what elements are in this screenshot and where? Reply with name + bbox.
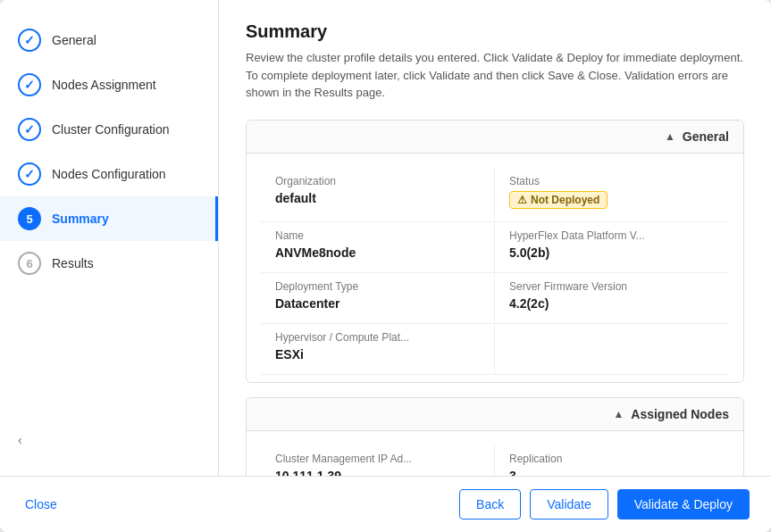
sidebar-item-cluster-configuration[interactable]: ✓ Cluster Configuration: [0, 107, 218, 152]
sidebar-label-nodes-config: Nodes Configuration: [52, 167, 166, 181]
field-value-hypervisor: ESXi: [275, 347, 480, 362]
field-value-hyperflex: 5.0(2b): [509, 245, 715, 260]
warning-icon: ⚠: [517, 194, 527, 206]
modal-footer: Close Back Validate Validate & Deploy: [0, 476, 771, 532]
field-hypervisor: Hypervisor / Compute Plat... ESXi: [261, 324, 495, 375]
sidebar-item-nodes-configuration[interactable]: ✓ Nodes Configuration: [0, 152, 218, 196]
field-value-organization: default: [275, 191, 480, 205]
main-content: Summary Review the cluster profile detai…: [219, 0, 771, 476]
footer-right: Back Validate Validate & Deploy: [459, 489, 750, 520]
field-label-firmware: Server Firmware Version: [509, 280, 715, 293]
general-fields-grid: Organization default Status ⚠ Not Deploy…: [261, 168, 729, 375]
step-icon-general: ✓: [18, 29, 41, 52]
field-empty: [495, 324, 729, 375]
field-label-replication: Replication: [509, 453, 715, 465]
field-cluster-mgmt-ip: Cluster Management IP Ad... 10.111.1.39: [261, 445, 495, 477]
sidebar: ✓ General ✓ Nodes Assignment ✓ Cluster C…: [0, 0, 219, 476]
status-badge: ⚠ Not Deployed: [509, 191, 608, 209]
back-button[interactable]: Back: [459, 489, 521, 520]
step-icon-cluster-config: ✓: [18, 118, 41, 141]
step-number-summary: 5: [26, 212, 32, 226]
field-value-cluster-mgmt: 10.111.1.39: [275, 469, 480, 477]
field-status: Status ⚠ Not Deployed: [495, 168, 729, 222]
step-icon-nodes-assignment: ✓: [18, 73, 41, 96]
field-label-name: Name: [275, 229, 480, 242]
step-number-results: 6: [26, 257, 32, 270]
modal-body: ✓ General ✓ Nodes Assignment ✓ Cluster C…: [0, 0, 771, 476]
field-server-firmware: Server Firmware Version 4.2(2c): [495, 273, 729, 324]
assigned-nodes-fields-grid: Cluster Management IP Ad... 10.111.1.39 …: [261, 445, 729, 477]
field-value-replication: 3: [509, 469, 715, 477]
validate-button[interactable]: Validate: [530, 489, 608, 520]
field-organization: Organization default: [261, 168, 495, 222]
field-value-firmware: 4.2(2c): [509, 296, 715, 311]
chevron-up-icon-nodes: ▲: [613, 408, 624, 420]
field-label-cluster-mgmt: Cluster Management IP Ad...: [275, 453, 480, 465]
general-section-title: General: [683, 129, 729, 144]
page-description: Review the cluster profile details you e…: [246, 49, 744, 102]
page-title: Summary: [246, 21, 744, 42]
field-label-hypervisor: Hypervisor / Compute Plat...: [275, 331, 480, 344]
assigned-nodes-section-header[interactable]: ▲ Assigned Nodes: [247, 398, 743, 431]
sidebar-label-results: Results: [52, 256, 94, 270]
sidebar-item-nodes-assignment[interactable]: ✓ Nodes Assignment: [0, 62, 218, 107]
sidebar-label-cluster-config: Cluster Configuration: [52, 122, 170, 137]
field-value-status: ⚠ Not Deployed: [509, 191, 715, 209]
field-name: Name ANVMe8node: [261, 222, 495, 273]
sidebar-label-nodes-assignment: Nodes Assignment: [52, 78, 156, 92]
field-hyperflex-version: HyperFlex Data Platform V... 5.0(2b): [495, 222, 729, 273]
sidebar-item-summary[interactable]: 5 Summary: [0, 196, 218, 241]
footer-left: Close: [21, 490, 61, 519]
field-value-name: ANVMe8node: [275, 245, 480, 260]
field-replication: Replication 3: [495, 445, 729, 477]
sidebar-label-general: General: [52, 33, 96, 47]
chevron-left-icon: ‹: [18, 433, 22, 447]
general-section-header[interactable]: ▲ General: [247, 121, 743, 154]
general-section-body: Organization default Status ⚠ Not Deploy…: [247, 154, 743, 382]
sidebar-collapse-button[interactable]: ‹: [0, 422, 218, 458]
sidebar-item-general[interactable]: ✓ General: [0, 18, 218, 62]
validate-deploy-button[interactable]: Validate & Deploy: [617, 489, 750, 520]
field-label-deployment: Deployment Type: [275, 280, 480, 293]
checkmark-icon-3: ✓: [24, 122, 35, 137]
field-label-status: Status: [509, 175, 715, 187]
close-button[interactable]: Close: [21, 490, 61, 519]
step-icon-results: 6: [18, 252, 41, 275]
sidebar-item-results[interactable]: 6 Results: [0, 241, 218, 286]
assigned-nodes-section-title: Assigned Nodes: [631, 407, 729, 421]
general-section-panel: ▲ General Organization default Status: [246, 120, 744, 383]
field-value-deployment: Datacenter: [275, 296, 480, 311]
chevron-up-icon-general: ▲: [665, 130, 675, 143]
assigned-nodes-section-body: Cluster Management IP Ad... 10.111.1.39 …: [247, 431, 743, 477]
modal-container: ✓ General ✓ Nodes Assignment ✓ Cluster C…: [0, 0, 771, 532]
checkmark-icon-2: ✓: [24, 78, 35, 92]
field-label-hyperflex: HyperFlex Data Platform V...: [509, 229, 715, 242]
field-deployment-type: Deployment Type Datacenter: [261, 273, 495, 324]
assigned-nodes-section-panel: ▲ Assigned Nodes Cluster Management IP A…: [246, 397, 744, 477]
step-icon-summary: 5: [18, 207, 41, 230]
status-text: Not Deployed: [531, 194, 599, 206]
step-icon-nodes-config: ✓: [18, 162, 41, 186]
checkmark-icon-4: ✓: [24, 167, 35, 181]
field-label-organization: Organization: [275, 175, 480, 187]
sidebar-label-summary: Summary: [52, 212, 109, 226]
checkmark-icon: ✓: [24, 33, 35, 47]
